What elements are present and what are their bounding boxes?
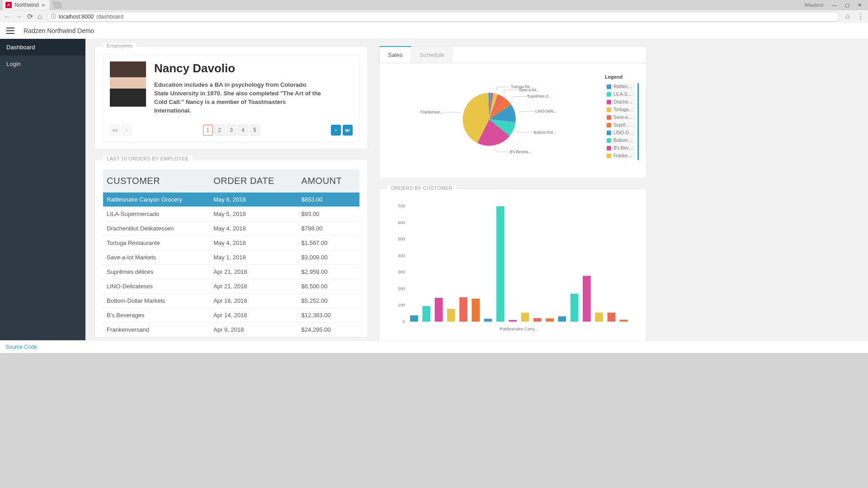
pager-page-5[interactable]: 5 xyxy=(250,125,260,136)
legend-item[interactable]: Frankenv... xyxy=(605,152,636,159)
orders-table: CUSTOMERORDER DATEAMOUNT Rattlesnake Can… xyxy=(103,169,359,337)
svg-text:0: 0 xyxy=(403,319,406,324)
hamburger-icon[interactable] xyxy=(6,28,14,34)
legend-swatch xyxy=(607,138,611,143)
table-row[interactable]: Bottom-Dollar MarketsApr 16, 2018$5,252.… xyxy=(103,294,359,308)
svg-text:Bottom-Dol...: Bottom-Dol... xyxy=(533,130,556,135)
legend-swatch xyxy=(607,146,611,150)
legend-swatch xyxy=(607,100,611,104)
cell-customer: Rattlesnake Canyon Grocery xyxy=(103,192,210,207)
svg-text:Save-a-lot...: Save-a-lot... xyxy=(519,88,539,92)
legend-item[interactable]: Save-a-lo... xyxy=(605,114,636,121)
url-path: /dashboard xyxy=(96,14,123,20)
profile-name[interactable]: Wladimir xyxy=(804,2,824,8)
cell-amount: $24,295.00 xyxy=(298,323,359,337)
table-row[interactable]: LILA-SupermercadoMay 5, 2018$93.00 xyxy=(103,207,359,221)
legend-item[interactable]: Rattlesna... xyxy=(605,83,636,90)
table-row[interactable]: LINO-DelicatesesApr 21, 2018$6,500.00 xyxy=(103,279,359,294)
pager-next[interactable]: › xyxy=(331,125,341,136)
table-row[interactable]: Suprêmes délicesApr 21, 2018$2,959.00 xyxy=(103,265,359,279)
svg-rect-19 xyxy=(459,297,467,322)
legend-swatch xyxy=(607,115,611,120)
pager-page-1[interactable]: 1 xyxy=(203,125,213,136)
legend-swatch xyxy=(607,131,611,135)
legend-swatch xyxy=(607,84,611,89)
table-row[interactable]: B's BeveragesApr 14, 2018$12,383.00 xyxy=(103,308,359,323)
legend-item[interactable]: B's Bever... xyxy=(605,145,636,151)
url-input[interactable]: ⓘ localhost:8000/dashboard xyxy=(47,12,840,22)
legend-label: LILA-Supe... xyxy=(613,92,634,97)
legend-item[interactable]: Drachenb... xyxy=(605,99,636,105)
legend-item[interactable]: LINO-Deli... xyxy=(605,129,636,136)
back-icon[interactable]: ← xyxy=(4,13,11,21)
svg-text:500: 500 xyxy=(398,236,406,241)
tab-bar: A Northwind × Wladimir — ▢ ✕ xyxy=(0,0,868,10)
cell-customer: B's Beverages xyxy=(103,308,210,323)
minimize-icon[interactable]: — xyxy=(832,2,837,8)
browser-tab[interactable]: A Northwind × xyxy=(3,0,50,10)
cell-date: Apr 16, 2018 xyxy=(210,294,297,308)
topbar: Radzen Northwind Demo xyxy=(0,23,868,39)
column-order date[interactable]: ORDER DATE xyxy=(210,169,297,192)
menu-icon[interactable]: ⋮ xyxy=(857,12,864,21)
legend-label: LINO-Deli... xyxy=(613,130,634,135)
new-tab-button[interactable] xyxy=(52,1,63,9)
angular-icon: A xyxy=(5,2,12,8)
sales-card: SalesSchedule Tortuga Re...Save-a-lot...… xyxy=(379,46,646,178)
sidebar-item-dashboard[interactable]: Dashboard xyxy=(0,39,85,56)
tab-schedule[interactable]: Schedule xyxy=(411,47,453,63)
cell-amount: $798.00 xyxy=(298,221,359,236)
svg-rect-15 xyxy=(410,315,418,322)
svg-rect-17 xyxy=(435,298,443,322)
reload-icon[interactable]: ⟳ xyxy=(27,12,33,21)
pager-page-3[interactable]: 3 xyxy=(226,125,236,136)
orders-title: LAST 10 ORDERS BY EMPLOYEE xyxy=(103,156,193,161)
close-window-icon[interactable]: ✕ xyxy=(858,2,862,8)
legend-item[interactable]: Tortuga R... xyxy=(605,106,636,113)
legend-item[interactable]: Suprêmes... xyxy=(605,122,636,128)
tab-sales[interactable]: Sales xyxy=(379,46,411,63)
column-customer[interactable]: CUSTOMER xyxy=(103,169,210,192)
avatar xyxy=(110,61,146,107)
svg-text:300: 300 xyxy=(398,269,406,274)
cell-amount: $1,567.00 xyxy=(298,236,359,250)
home-icon[interactable]: ⌂ xyxy=(38,13,42,21)
employee-name: Nancy Davolio xyxy=(154,61,321,75)
table-row[interactable]: Rattlesnake Canyon GroceryMay 6, 2018$85… xyxy=(103,192,359,207)
bar-chart-title: ORDERS BY CUSTOMER xyxy=(387,185,456,191)
star-icon[interactable]: ☆ xyxy=(844,12,851,21)
tabs: SalesSchedule xyxy=(379,47,646,63)
cell-amount: $2,959.00 xyxy=(298,265,359,279)
legend-item[interactable]: LILA-Supe... xyxy=(605,91,636,98)
table-row[interactable]: Tortuga RestauranteMay 4, 2018$1,567.00 xyxy=(103,236,359,250)
cell-amount: $12,383.00 xyxy=(298,308,359,323)
pager-page-4[interactable]: 4 xyxy=(238,125,248,136)
legend-item[interactable]: Bottom-D... xyxy=(605,137,636,144)
close-icon[interactable]: × xyxy=(42,2,45,9)
pager-last[interactable]: ⏭ xyxy=(343,125,353,136)
window-controls: Wladimir — ▢ ✕ xyxy=(804,2,868,8)
legend-label: B's Bever... xyxy=(613,145,634,150)
table-row[interactable]: Save-a-lot MarketsMay 1, 2018$3,009.00 xyxy=(103,250,359,265)
maximize-icon[interactable]: ▢ xyxy=(845,2,849,8)
source-code-link[interactable]: Source Code xyxy=(5,344,37,350)
legend-title: Legend xyxy=(605,74,639,80)
info-icon[interactable]: ⓘ xyxy=(51,13,56,20)
employee-bio: Education includes a BA in psychology fr… xyxy=(154,81,321,115)
svg-rect-29 xyxy=(583,276,591,321)
svg-rect-28 xyxy=(571,294,579,322)
sidebar-item-login[interactable]: Login xyxy=(0,56,85,72)
pie-chart: Tortuga Re...Save-a-lot...Suprêmes d...L… xyxy=(387,74,600,164)
column-amount[interactable]: AMOUNT xyxy=(298,169,359,192)
app-title: Radzen Northwind Demo xyxy=(24,27,94,34)
svg-rect-16 xyxy=(422,306,430,322)
pager-page-2[interactable]: 2 xyxy=(215,125,225,136)
table-row[interactable]: Drachenblut DelikatessenMay 4, 2018$798.… xyxy=(103,221,359,236)
employees-title: Employees xyxy=(103,43,136,48)
table-row[interactable]: FrankenversandApr 9, 2018$24,295.00 xyxy=(103,323,359,337)
svg-rect-25 xyxy=(533,318,542,322)
footer: Source Code xyxy=(0,340,868,353)
cell-customer: Drachenblut Delikatessen xyxy=(103,221,210,236)
legend-label: Rattlesna... xyxy=(613,84,634,89)
forward-icon: → xyxy=(15,13,23,21)
